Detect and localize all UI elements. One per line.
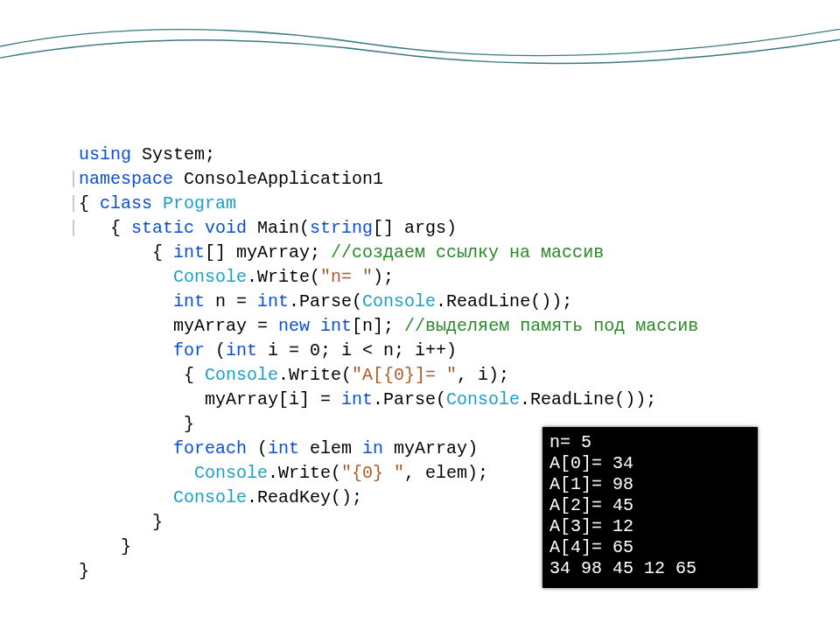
console-line: 34 98 45 12 65 (550, 558, 751, 579)
line-11: myArray[i] = int.Parse(Console.ReadLine(… (68, 389, 656, 410)
line-4: | { static void Main(string[] args) (68, 218, 457, 238)
console-line: A[4]= 65 (550, 537, 751, 558)
console-line: A[0]= 34 (550, 453, 751, 474)
console-line: A[2]= 45 (550, 495, 751, 516)
line-8: myArray = new int[n]; //выделяем память … (68, 316, 698, 336)
line-6: Console.Write("n= "); (68, 267, 394, 287)
line-9: for (int i = 0; i < n; i++) (68, 340, 457, 360)
line-18: } (68, 561, 89, 581)
console-line: A[3]= 12 (550, 516, 751, 537)
line-1: using System; (68, 144, 215, 164)
line-13: foreach (int elem in myArray) (68, 438, 478, 458)
line-5: { int[] myArray; //создаем ссылку на мас… (68, 242, 604, 262)
line-12: } (68, 414, 194, 434)
console-line: n= 5 (550, 432, 751, 453)
line-16: } (68, 512, 163, 532)
line-17: } (68, 536, 131, 556)
line-14: Console.Write("{0} ", elem); (68, 463, 488, 483)
decorative-swoosh (0, 0, 840, 79)
line-10: { Console.Write("A[{0}]= ", i); (68, 365, 509, 385)
console-output: n= 5 A[0]= 34 A[1]= 98 A[2]= 45 A[3]= 12… (542, 427, 758, 588)
slide: using System; |namespace ConsoleApplicat… (0, 0, 840, 630)
line-3: |{ class Program (68, 193, 236, 214)
line-7: int n = int.Parse(Console.ReadLine()); (68, 291, 572, 312)
line-15: Console.ReadKey(); (68, 487, 362, 508)
line-2: |namespace ConsoleApplication1 (68, 169, 383, 189)
console-line: A[1]= 98 (550, 474, 751, 495)
